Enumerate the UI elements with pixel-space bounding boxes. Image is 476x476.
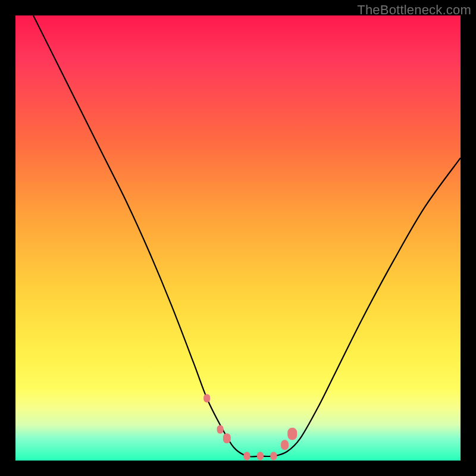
bead-group	[203, 394, 297, 461]
bead-marker	[223, 433, 231, 443]
bead-marker	[257, 452, 264, 460]
curve-layer	[15, 15, 461, 461]
watermark-text: TheBottleneck.com	[357, 2, 471, 18]
bead-marker	[281, 440, 289, 450]
bead-marker	[287, 428, 297, 440]
bead-marker	[203, 394, 210, 402]
bead-marker	[270, 452, 277, 460]
bead-marker	[243, 452, 250, 460]
bead-marker	[217, 425, 224, 433]
bottleneck-curve	[33, 15, 461, 457]
plot-area	[15, 15, 461, 461]
chart-frame: TheBottleneck.com	[0, 0, 476, 476]
